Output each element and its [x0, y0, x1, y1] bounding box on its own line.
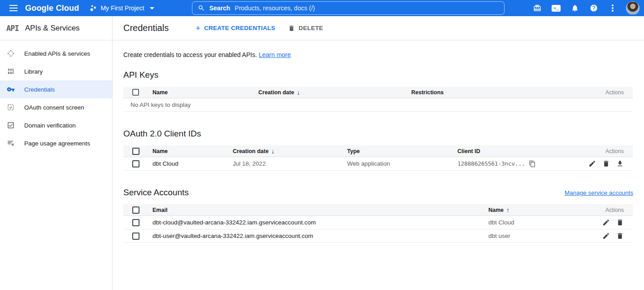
sidebar-item-label: Enabled APIs & services	[24, 50, 90, 57]
edit-icon[interactable]	[602, 219, 610, 226]
column-header-actions: Actions	[579, 148, 624, 154]
search-input[interactable]: Search Products, resources, docs (/)	[192, 1, 505, 15]
column-header-restrictions[interactable]: Restrictions	[411, 89, 592, 96]
column-header-actions: Actions	[592, 89, 624, 96]
sidebar-header: API APIs & Services	[0, 16, 112, 40]
oauth-client-id: 128886265561-3ncv...	[457, 160, 579, 167]
row-checkbox[interactable]	[132, 233, 139, 240]
logo-text: Google Cloud	[25, 4, 79, 13]
edit-icon[interactable]	[588, 160, 596, 167]
column-header-name[interactable]: Name	[152, 89, 258, 96]
sidebar-item-label: Credentials	[24, 86, 55, 93]
learn-more-link[interactable]: Learn more	[259, 51, 291, 58]
project-icon	[89, 4, 97, 12]
topbar-actions: >_	[529, 0, 640, 16]
column-header-creation-date[interactable]: Creation date ↓	[233, 148, 347, 155]
select-all-checkbox[interactable]	[132, 148, 139, 155]
gift-icon[interactable]	[529, 0, 545, 16]
oauth-client-type: Web application	[347, 160, 457, 167]
column-header-name[interactable]: Name ↑	[488, 207, 588, 214]
help-icon[interactable]	[586, 0, 602, 16]
api-keys-header-row: Name Creation date ↓ Restrictions Action…	[123, 87, 633, 98]
search-placeholder: Products, resources, docs (/)	[235, 4, 315, 12]
oauth-clients-table: Name Creation date ↓ Type Client ID Acti…	[123, 145, 633, 171]
oauth-client-name: dbt Cloud	[152, 160, 233, 167]
delete-icon[interactable]	[602, 160, 610, 167]
sidebar-item-page-usage[interactable]: Page usage agreements	[0, 134, 112, 152]
column-header-type[interactable]: Type	[347, 148, 457, 154]
service-accounts-header-row: Email Name ↑ Actions	[123, 204, 633, 216]
row-actions	[579, 160, 624, 167]
main-panel: Credentials + CREATE CREDENTIALS DELETE …	[113, 16, 644, 290]
column-header-email[interactable]: Email	[152, 207, 488, 213]
avatar[interactable]	[626, 1, 640, 15]
service-account-name: dbt user	[488, 233, 588, 239]
service-accounts-title: Service Accounts	[123, 188, 189, 198]
sidebar-item-credentials[interactable]: Credentials	[0, 80, 112, 98]
sidebar-title: APIs & Services	[25, 24, 80, 33]
project-name: My First Project	[100, 4, 144, 12]
more-vert-icon[interactable]	[605, 0, 621, 16]
column-header-actions: Actions	[588, 207, 624, 213]
cloud-shell-icon[interactable]: >_	[548, 0, 564, 16]
column-header-creation-date[interactable]: Creation date ↓	[258, 89, 411, 96]
sidebar-item-library[interactable]: Library	[0, 62, 112, 80]
manage-service-accounts-link[interactable]: Manage service accounts	[565, 189, 633, 196]
oauth-clients-title: OAuth 2.0 Client IDs	[123, 129, 633, 139]
sidebar-item-enabled-apis[interactable]: Enabled APIs & services	[0, 44, 112, 62]
delete-button[interactable]: DELETE	[288, 25, 323, 32]
sort-desc-icon: ↓	[271, 148, 274, 155]
sidebar-item-label: Library	[24, 68, 43, 75]
trash-icon	[288, 25, 295, 32]
oauth-header-row: Name Creation date ↓ Type Client ID Acti…	[123, 145, 633, 157]
page-content: Create credentials to access your enable…	[113, 40, 644, 243]
page-title: Credentials	[123, 23, 169, 33]
column-header-name[interactable]: Name	[152, 148, 233, 154]
library-icon	[6, 67, 15, 75]
sidebar: API APIs & Services Enabled APIs & servi…	[0, 16, 113, 290]
delete-icon[interactable]	[616, 232, 624, 240]
sidebar-item-domain-verification[interactable]: Domain verification	[0, 116, 112, 134]
create-credentials-button[interactable]: + CREATE CREDENTIALS	[196, 24, 275, 32]
notifications-icon[interactable]	[567, 0, 583, 16]
service-accounts-title-row: Service Accounts Manage service accounts	[123, 188, 633, 198]
google-cloud-logo[interactable]: Google Cloud	[25, 4, 79, 13]
search-label: Search	[209, 4, 231, 12]
delete-icon[interactable]	[616, 219, 624, 226]
sidebar-nav: Enabled APIs & services Library Credenti…	[0, 40, 112, 152]
topbar: Google Cloud My First Project Search Pro…	[0, 0, 644, 16]
column-header-client-id[interactable]: Client ID	[457, 148, 579, 154]
table-row: dbt-cloud@vaulted-arcana-332422.iam.gser…	[123, 216, 633, 229]
sidebar-item-oauth-consent[interactable]: OAuth consent screen	[0, 98, 112, 116]
api-logo-icon: API	[6, 24, 19, 33]
search-icon	[198, 4, 205, 12]
row-actions	[588, 219, 624, 226]
enabled-apis-icon	[6, 49, 15, 57]
intro-text: Create credentials to access your enable…	[123, 51, 633, 58]
sort-asc-icon: ↑	[506, 207, 509, 214]
oauth-consent-icon	[6, 103, 15, 111]
sidebar-item-label: OAuth consent screen	[24, 104, 84, 111]
page-header: Credentials + CREATE CREDENTIALS DELETE	[113, 16, 644, 40]
cloud-shell-glyph: >_	[552, 5, 561, 12]
download-icon[interactable]	[616, 160, 624, 167]
page-usage-icon	[6, 139, 15, 147]
menu-icon[interactable]	[4, 0, 22, 16]
service-account-email: dbt-cloud@vaulted-arcana-332422.iam.gser…	[152, 219, 488, 226]
row-actions	[588, 232, 624, 240]
service-account-email: dbt-user@vaulted-arcana-332422.iam.gserv…	[152, 233, 488, 239]
sidebar-item-label: Domain verification	[24, 122, 76, 129]
copy-icon[interactable]	[529, 160, 536, 167]
project-switcher[interactable]: My First Project	[85, 2, 157, 14]
api-keys-empty-message: No API keys to display	[123, 98, 633, 112]
sort-desc-icon: ↓	[297, 89, 300, 96]
table-row: dbt-user@vaulted-arcana-332422.iam.gserv…	[123, 229, 633, 243]
select-all-checkbox[interactable]	[132, 207, 139, 214]
service-account-name: dbt Cloud	[488, 219, 588, 226]
select-all-checkbox[interactable]	[132, 89, 139, 96]
row-checkbox[interactable]	[132, 219, 139, 226]
row-checkbox[interactable]	[132, 160, 139, 167]
service-accounts-table: Email Name ↑ Actions dbt-cloud@vaulted-a…	[123, 204, 633, 243]
edit-icon[interactable]	[602, 232, 610, 240]
sidebar-item-label: Page usage agreements	[24, 140, 90, 147]
